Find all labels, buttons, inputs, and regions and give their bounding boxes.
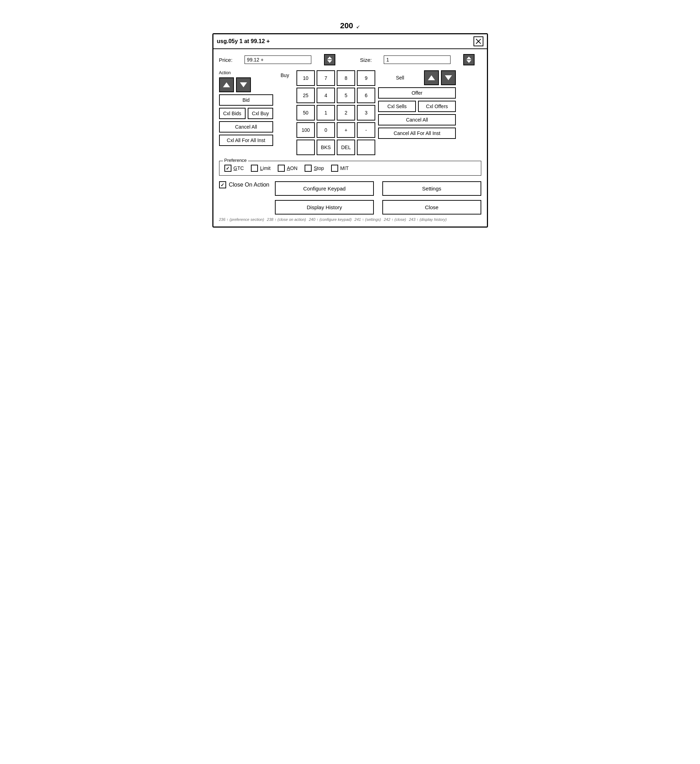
key-0[interactable]: 0 (316, 122, 335, 138)
cxl-sells-button[interactable]: Cxl Sells (378, 101, 416, 112)
sell-down-button[interactable] (441, 70, 456, 85)
trading-window: usg.05y 1 at 99.12 + Price: Size: (212, 33, 488, 228)
key-minus[interactable]: - (357, 122, 375, 138)
key-del[interactable]: DEL (337, 139, 355, 155)
key-4[interactable]: 4 (316, 88, 335, 103)
pref-aon[interactable]: AON (278, 165, 298, 172)
up-arrow-icon (223, 82, 230, 87)
pref-stop[interactable]: Stop (305, 165, 324, 172)
mit-checkbox[interactable] (331, 165, 338, 172)
ann-242: 242 ↑ (close) (384, 217, 406, 222)
aon-label: AON (287, 165, 298, 171)
action-up-button[interactable] (219, 77, 234, 92)
bottom-section: Close On Action Configure Keypad Setting… (219, 181, 481, 214)
key-9[interactable]: 9 (357, 70, 375, 86)
ann-243: 243 ↑ (display history) (409, 217, 446, 222)
key-1[interactable]: 1 (316, 105, 335, 121)
key-empty2 (357, 139, 375, 155)
key-3[interactable]: 3 (357, 105, 375, 121)
key-2[interactable]: 2 (337, 105, 355, 121)
sell-row: Sell (378, 70, 456, 85)
action-down-button[interactable] (236, 77, 251, 92)
ann-240: 240 ↑ (configure keypad) (309, 217, 352, 222)
close-on-action[interactable]: Close On Action (219, 181, 269, 188)
settings-button[interactable]: Settings (382, 181, 481, 196)
close-on-action-checkbox[interactable] (219, 181, 226, 188)
window-title: usg.05y 1 at 99.12 + (217, 38, 270, 44)
bid-button[interactable]: Bid (219, 94, 274, 106)
ann-241: 241 ↑ (settings) (354, 217, 381, 222)
key-100[interactable]: 100 (296, 122, 315, 138)
price-size-row: Price: Size: (219, 54, 481, 66)
down-arrow-icon (240, 82, 247, 87)
buy-label: Buy (276, 70, 294, 80)
key-empty (296, 139, 315, 155)
size-spinner-up-icon (467, 56, 471, 59)
cxl-buy-button[interactable]: Cxl Buy (248, 108, 273, 119)
cancel-all-for-all-inst-right-button[interactable]: Cancel All For All Inst (378, 128, 456, 139)
bottom-buttons-grid: Configure Keypad Settings Display Histor… (275, 181, 481, 214)
key-plus[interactable]: + (337, 122, 355, 138)
key-7[interactable]: 7 (316, 70, 335, 86)
sell-down-arrow-icon (445, 75, 452, 80)
price-spinner-up-icon (327, 56, 332, 59)
cancel-all-right-button[interactable]: Cancel All (378, 114, 456, 125)
right-panel: Sell Offer Cxl Sells Cxl Offers Cancel A… (378, 70, 456, 139)
pref-mit[interactable]: MIT (331, 165, 349, 172)
size-spinner-down-icon (467, 60, 471, 63)
size-input[interactable] (384, 55, 451, 64)
price-label: Price: (219, 57, 232, 63)
gtc-label: GTC (233, 165, 244, 171)
size-label: Size: (360, 57, 372, 63)
close-on-action-label: Close On Action (229, 182, 269, 188)
left-panel: Action Bid Cxl Bids Cxl Buy Ca (219, 70, 274, 146)
action-label: Action (219, 70, 274, 75)
stop-label: Stop (314, 165, 324, 171)
preference-row: GTC Limit AON Stop (224, 165, 476, 172)
cxl-bids-button[interactable]: Cxl Bids (219, 108, 246, 119)
mit-label: MIT (340, 165, 349, 171)
key-50[interactable]: 50 (296, 105, 315, 121)
aon-checkbox[interactable] (278, 165, 285, 172)
price-spinner-down-icon (327, 60, 332, 63)
close-button[interactable]: Close (382, 200, 481, 214)
price-input[interactable] (244, 55, 311, 64)
annotations: 236 ↑ (preference section) 238 ↑ (close … (219, 217, 481, 222)
offer-button[interactable]: Offer (378, 87, 456, 99)
key-8[interactable]: 8 (337, 70, 355, 86)
configure-keypad-button[interactable]: Configure Keypad (275, 181, 374, 196)
stop-checkbox[interactable] (305, 165, 312, 172)
trading-area: Action Bid Cxl Bids Cxl Buy Ca (219, 70, 481, 155)
key-5[interactable]: 5 (337, 88, 355, 103)
buy-area: Buy (276, 70, 294, 80)
key-6[interactable]: 6 (357, 88, 375, 103)
preference-section-label: Preference (223, 158, 248, 163)
diagram-label: 200 (340, 21, 353, 30)
display-history-button[interactable]: Display History (275, 200, 374, 214)
sell-label: Sell (378, 75, 422, 81)
size-spinner[interactable] (463, 54, 474, 66)
window-close-button[interactable] (473, 36, 483, 46)
arrow-indicator: ↙ (356, 24, 360, 29)
sell-up-arrow-icon (428, 75, 435, 80)
keypad: 10 7 8 9 25 4 5 6 50 1 2 3 100 0 + - (296, 70, 375, 155)
ann-238: 238 ↑ (close on action) (267, 217, 306, 222)
limit-label: Limit (260, 165, 271, 171)
cancel-all-left-button[interactable]: Cancel All (219, 121, 274, 133)
limit-checkbox[interactable] (251, 165, 258, 172)
cxl-offers-button[interactable]: Cxl Offers (418, 101, 456, 112)
key-25[interactable]: 25 (296, 88, 315, 103)
key-10[interactable]: 10 (296, 70, 315, 86)
preference-section: Preference GTC Limit AON (219, 161, 481, 175)
action-buttons-row (219, 77, 274, 92)
key-bks[interactable]: BKS (316, 139, 335, 155)
gtc-checkbox[interactable] (224, 165, 232, 172)
pref-limit[interactable]: Limit (251, 165, 271, 172)
ann-236: 236 ↑ (preference section) (219, 217, 264, 222)
title-bar: usg.05y 1 at 99.12 + (213, 34, 487, 49)
sell-up-button[interactable] (424, 70, 439, 85)
pref-gtc[interactable]: GTC (224, 165, 244, 172)
cxl-all-for-all-inst-left-button[interactable]: Cxl All For All Inst (219, 135, 274, 146)
price-spinner[interactable] (324, 54, 335, 66)
